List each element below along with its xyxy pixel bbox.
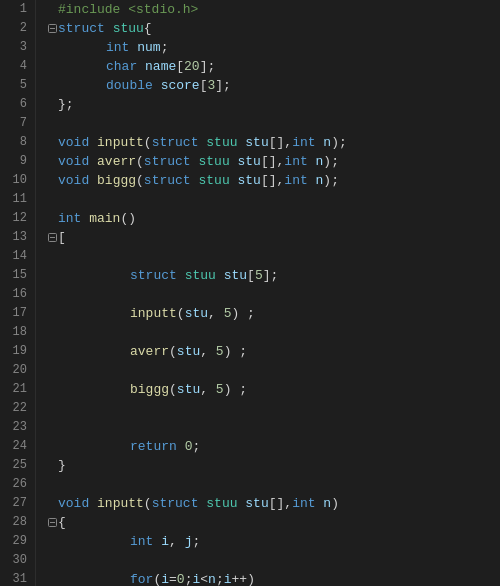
code-content-10: void biggg(struct stuu stu[],int n);: [58, 171, 500, 190]
code-line-11: [46, 190, 500, 209]
line-number-16: 16: [0, 285, 27, 304]
code-line-9: void averr(struct stuu stu[],int n);: [46, 152, 500, 171]
line-number-20: 20: [0, 361, 27, 380]
line-number-3: 3: [0, 38, 27, 57]
line-number-9: 9: [0, 152, 27, 171]
fold-marker-14: [46, 247, 58, 266]
code-line-6: };: [46, 95, 500, 114]
fold-marker-21: [46, 380, 58, 399]
line-number-4: 4: [0, 57, 27, 76]
code-line-15: struct stuu stu[5];: [46, 266, 500, 285]
line-number-12: 12: [0, 209, 27, 228]
code-line-28: {: [46, 513, 500, 532]
code-line-20: [46, 361, 500, 380]
line-number-2: 2: [0, 19, 27, 38]
code-line-2: struct stuu{: [46, 19, 500, 38]
fold-marker-15: [46, 266, 58, 285]
line-number-8: 8: [0, 133, 27, 152]
code-content-29: int i, j;: [58, 532, 500, 551]
fold-marker-16: [46, 285, 58, 304]
fold-marker-13[interactable]: [46, 228, 58, 247]
line-number-23: 23: [0, 418, 27, 437]
line-number-10: 10: [0, 171, 27, 190]
fold-marker-25: [46, 456, 58, 475]
fold-marker-22: [46, 399, 58, 418]
code-content-27: void inputt(struct stuu stu[],int n): [58, 494, 500, 513]
code-content-6: };: [58, 95, 500, 114]
code-line-19: averr(stu, 5) ;: [46, 342, 500, 361]
code-line-13: [: [46, 228, 500, 247]
code-line-23: [46, 418, 500, 437]
fold-marker-5: [46, 76, 58, 95]
line-number-21: 21: [0, 380, 27, 399]
fold-marker-20: [46, 361, 58, 380]
fold-marker-23: [46, 418, 58, 437]
code-content-5: double score[3];: [58, 76, 500, 95]
code-line-7: [46, 114, 500, 133]
code-editor: 1234567891011121314151617181920212223242…: [0, 0, 500, 586]
fold-marker-27: [46, 494, 58, 513]
code-line-17: inputt(stu, 5) ;: [46, 304, 500, 323]
code-line-5: double score[3];: [46, 76, 500, 95]
line-number-24: 24: [0, 437, 27, 456]
line-number-11: 11: [0, 190, 27, 209]
fold-marker-26: [46, 475, 58, 494]
code-line-1: #include <stdio.h>: [46, 0, 500, 19]
code-content-4: char name[20];: [58, 57, 500, 76]
line-number-17: 17: [0, 304, 27, 323]
line-number-27: 27: [0, 494, 27, 513]
code-content-21: biggg(stu, 5) ;: [58, 380, 500, 399]
code-line-18: [46, 323, 500, 342]
code-content-12: int main(): [58, 209, 500, 228]
code-area[interactable]: #include <stdio.h>struct stuu{int num;ch…: [36, 0, 500, 586]
line-numbers: 1234567891011121314151617181920212223242…: [0, 0, 36, 586]
code-content-28: {: [58, 513, 500, 532]
fold-marker-9: [46, 152, 58, 171]
code-line-25: }: [46, 456, 500, 475]
code-line-8: void inputt(struct stuu stu[],int n);: [46, 133, 500, 152]
code-content-3: int num;: [58, 38, 500, 57]
line-number-29: 29: [0, 532, 27, 551]
code-line-29: int i, j;: [46, 532, 500, 551]
fold-marker-28[interactable]: [46, 513, 58, 532]
fold-marker-24: [46, 437, 58, 456]
fold-marker-6: [46, 95, 58, 114]
code-content-2: struct stuu{: [58, 19, 500, 38]
code-content-9: void averr(struct stuu stu[],int n);: [58, 152, 500, 171]
code-line-16: [46, 285, 500, 304]
fold-marker-18: [46, 323, 58, 342]
line-number-25: 25: [0, 456, 27, 475]
line-number-28: 28: [0, 513, 27, 532]
fold-marker-10: [46, 171, 58, 190]
fold-marker-12: [46, 209, 58, 228]
code-content-31: for(i=0;i<n;i++): [58, 570, 500, 586]
fold-marker-1: [46, 0, 58, 19]
line-number-14: 14: [0, 247, 27, 266]
fold-marker-2[interactable]: [46, 19, 58, 38]
line-number-5: 5: [0, 76, 27, 95]
code-line-24: return 0;: [46, 437, 500, 456]
code-line-4: char name[20];: [46, 57, 500, 76]
line-number-15: 15: [0, 266, 27, 285]
fold-marker-31: [46, 570, 58, 586]
fold-marker-29: [46, 532, 58, 551]
code-line-21: biggg(stu, 5) ;: [46, 380, 500, 399]
line-number-22: 22: [0, 399, 27, 418]
line-number-6: 6: [0, 95, 27, 114]
code-line-14: [46, 247, 500, 266]
line-number-1: 1: [0, 0, 27, 19]
code-content-8: void inputt(struct stuu stu[],int n);: [58, 133, 500, 152]
line-number-26: 26: [0, 475, 27, 494]
fold-marker-11: [46, 190, 58, 209]
line-number-19: 19: [0, 342, 27, 361]
fold-marker-7: [46, 114, 58, 133]
line-number-30: 30: [0, 551, 27, 570]
code-line-30: [46, 551, 500, 570]
fold-marker-8: [46, 133, 58, 152]
line-number-13: 13: [0, 228, 27, 247]
code-line-26: [46, 475, 500, 494]
line-number-31: 31: [0, 570, 27, 586]
code-line-31: for(i=0;i<n;i++): [46, 570, 500, 586]
code-content-17: inputt(stu, 5) ;: [58, 304, 500, 323]
fold-marker-30: [46, 551, 58, 570]
